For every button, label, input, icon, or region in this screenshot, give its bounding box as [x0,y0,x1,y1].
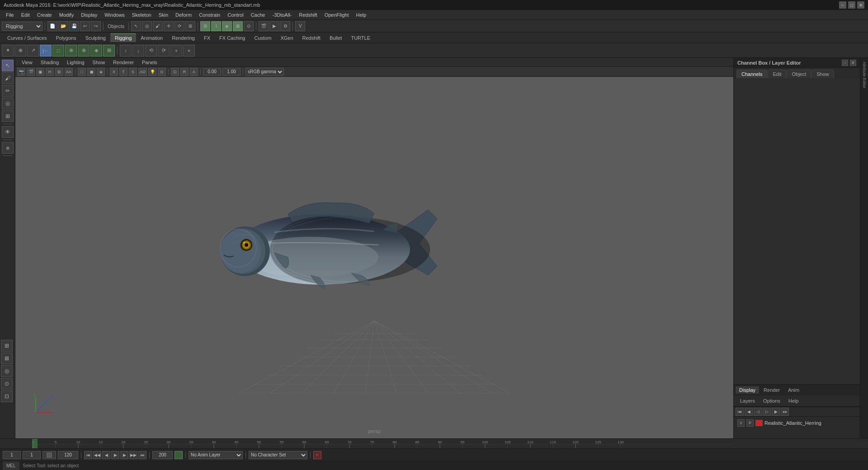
face-mode-button[interactable]: ◈ [90,45,102,56]
menu-help[interactable]: Help [353,11,369,19]
layer-color-swatch[interactable] [755,420,763,426]
soft-sel-button[interactable]: ⊙ [1,378,13,390]
tab-sculpting[interactable]: Sculpting [81,34,110,42]
menu-skeleton[interactable]: Skeleton [129,11,155,19]
le-tab-anim[interactable]: Anim [784,386,803,394]
prev-frame-button[interactable]: ◀ [102,451,110,459]
vp-film-button[interactable]: 🎬 [27,68,35,76]
vp-menu-panels[interactable]: Panels [138,59,161,66]
mel-tab[interactable]: MEL [3,461,19,470]
tab-channels[interactable]: Channels [736,70,767,78]
vp-camera-button[interactable]: 📷 [17,68,25,76]
tab-redshift[interactable]: Redshift [298,34,325,42]
character-set-select[interactable]: No Character Set [249,451,307,459]
vp-wireframe-button[interactable]: □ [78,68,86,76]
le-skip-start-btn[interactable]: ⏮ [736,408,744,416]
menu-windows[interactable]: Windows [101,11,128,19]
menu-display[interactable]: Display [78,11,100,19]
vp-menu-renderer[interactable]: Renderer [109,59,137,66]
minimize-button[interactable]: − [839,1,846,9]
open-scene-button[interactable]: 📂 [58,21,68,31]
parent-button[interactable]: ↑ [120,45,132,56]
step-back-button[interactable]: ◀◀ [93,451,101,459]
range-end-input[interactable]: 120 [58,451,78,459]
skip-to-end-button[interactable]: ⏭ [138,451,146,459]
tab-rigging[interactable]: Rigging [110,33,136,42]
render-settings-button[interactable]: ⚙ [280,21,290,31]
paint-select-button[interactable]: 🖌 [153,21,163,31]
right-panel-close[interactable]: ✕ [850,60,856,66]
select-tool[interactable]: ↖ [2,60,14,71]
le-next-frame-btn[interactable]: ▷ [763,408,771,416]
make-live-button[interactable]: ◎ [1,365,13,377]
tab-rendering[interactable]: Rendering [167,34,199,42]
vp-res-button[interactable]: R [180,68,189,76]
move-tool-button[interactable]: ✛ [164,21,174,31]
vp-xray-button[interactable]: X [110,68,118,76]
close-button[interactable]: ✕ [857,1,864,9]
tab-bullet[interactable]: Bullet [325,34,347,42]
layer-visibility-toggle[interactable]: V [737,419,745,427]
new-scene-button[interactable]: 📄 [47,21,57,31]
freeze-trans-button[interactable]: + [170,45,182,56]
mode-select[interactable]: Rigging [2,22,42,31]
le-next-key-btn[interactable]: ▶ [772,408,780,416]
save-scene-button[interactable]: 💾 [69,21,79,31]
rotate-tool-button[interactable]: ⟳ [175,21,184,31]
step-forward-button[interactable]: ▶▶ [129,451,137,459]
soft-mod-tool[interactable]: ◎ [2,98,14,109]
show-hide-tool[interactable]: 👁 [2,126,14,138]
snap-tosurf-button[interactable]: ⊠ [1,352,13,364]
layer-playback-toggle[interactable]: P [746,419,754,427]
end-frame-input[interactable]: 200 [152,451,173,459]
tab-show[interactable]: Show [811,70,834,78]
menu-cache[interactable]: Cache [248,11,269,19]
menu-3dtoall[interactable]: -3DtoAll- [269,11,295,19]
vertex-mode-button[interactable]: ⊕ [65,45,77,56]
insert-joint-button[interactable]: |← [40,45,52,56]
tab-edit[interactable]: Edit [768,70,786,78]
auto-key-button[interactable]: K [313,451,321,459]
tab-custom[interactable]: Custom [250,34,276,42]
tab-curves-surfaces[interactable]: Curves / Surfaces [3,34,51,42]
ik-handle-button[interactable]: ⊕ [14,45,26,56]
component-mode-button[interactable]: □ [52,45,64,56]
le-prev-frame-btn[interactable]: ◁ [754,408,762,416]
menu-control[interactable]: Control [224,11,246,19]
render-button[interactable]: 🎬 [259,21,269,31]
current-frame-input[interactable]: 1 [23,451,41,459]
vp-smooth-wire-button[interactable]: ◈ [97,68,105,76]
scale-tool-button[interactable]: ⊞ [185,21,195,31]
far-clip-input[interactable]: 1.00 [222,68,241,75]
vp-aa-button[interactable]: AA [65,68,73,76]
next-frame-button[interactable]: ▶ [120,451,128,459]
paint-tool[interactable]: 🖌 [2,72,14,84]
select-tool-button[interactable]: ↖ [131,21,141,31]
color-profile-select[interactable]: sRGB gamma [245,68,284,76]
menu-modify[interactable]: Modify [56,11,77,19]
le-prev-key-btn[interactable]: ◀ [745,408,753,416]
joint-tool-button[interactable]: ✦ [2,45,14,56]
sub-tab-layers[interactable]: Layers [736,397,759,404]
vp-iso-button[interactable]: ⊡ [171,68,179,76]
uv-mode-button[interactable]: ⊞ [103,45,115,56]
menu-redshift[interactable]: Redshift [296,11,320,19]
play-forward-button[interactable]: ▶ [111,451,119,459]
tab-animation[interactable]: Animation [136,34,167,42]
tab-turtle[interactable]: TURTLE [346,34,375,42]
vp-hud-button[interactable]: H [46,68,54,76]
undo-button[interactable]: ↩ [80,21,90,31]
vp-grid-toggle[interactable]: ⊞ [55,68,63,76]
sub-tab-options[interactable]: Options [760,397,784,404]
title-bar-controls[interactable]: − □ ✕ [839,1,864,9]
timeline-ruler[interactable]: 1 5 10 15 20 25 30 35 40 45 50 [31,439,733,448]
ik-spline-button[interactable]: ↗ [27,45,39,56]
snap-live-button[interactable]: ⊙ [244,21,254,31]
menu-file[interactable]: File [3,11,17,19]
vp-shadows-button[interactable]: S [129,68,137,76]
vp-region-button[interactable]: ▣ [36,68,44,76]
lasso-button[interactable]: ◎ [142,21,152,31]
menu-edit[interactable]: Edit [18,11,33,19]
vray-button[interactable]: V [295,21,305,31]
tab-object[interactable]: Object [787,70,811,78]
